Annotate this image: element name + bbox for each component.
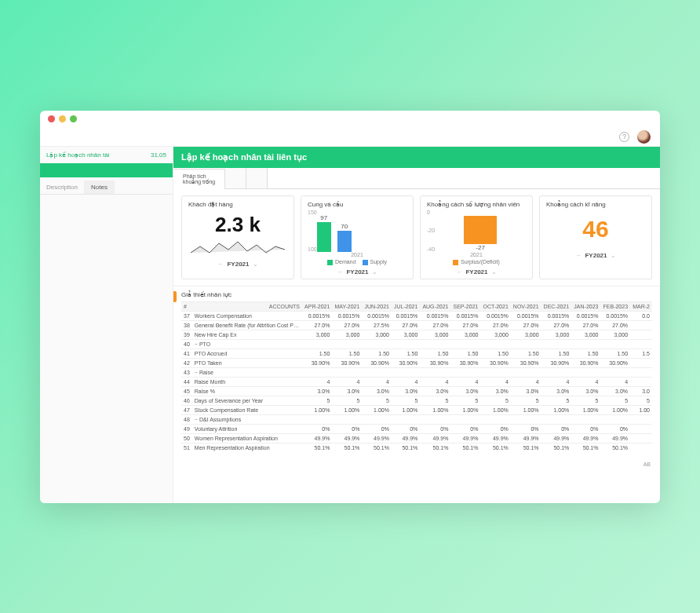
window-max-dot[interactable] [70, 115, 77, 122]
table-row[interactable]: 40−PTO [181, 339, 652, 348]
tab-blank-2[interactable] [225, 168, 246, 188]
grid-header[interactable]: OCT-2021 [480, 301, 510, 311]
grid-header[interactable]: AUG-2021 [420, 301, 450, 311]
headcount-gap-bar: -27 [435, 210, 526, 252]
card-pipeline-title: Khách đặt hàng [188, 201, 287, 208]
fy-picker-skill[interactable]: ←FY2021⌄ [546, 252, 645, 259]
grid-header[interactable]: MAY-2021 [332, 301, 362, 311]
user-avatar[interactable] [637, 130, 651, 144]
footnote: AB [173, 460, 660, 473]
grid-header[interactable]: JAN-2023 [571, 301, 600, 311]
card-skill-gap-value: 46 [546, 210, 645, 249]
section-title-assumptions: Giả thiết nhân lực [173, 286, 660, 301]
sidebar-title: Lập kế hoạch nhân tài [46, 151, 109, 159]
sidebar-heading-row[interactable]: Lập kế hoạch nhân tài 31.05 [40, 147, 173, 163]
card-headcount-gap: Khoảng cách số lượng nhân viên 0 -20 -40… [420, 195, 533, 279]
collapse-handle-icon[interactable] [173, 291, 177, 302]
main-panel: Lập kế hoạch nhân tài liên tục Phân tích… [173, 147, 660, 503]
table-row[interactable]: 43−Raise [181, 367, 652, 377]
legend-supply-demand: Demand Supply [308, 259, 407, 265]
table-row[interactable]: 39New Hire Cap Ex3,0003,0003,0003,0003,0… [181, 330, 652, 339]
axis-labels: 150 100 [308, 210, 317, 252]
bar-deficit [464, 216, 497, 244]
table-row[interactable]: 41PTO Accrued1.501.501.501.501.501.501.5… [181, 348, 652, 358]
window-titlebar [40, 111, 660, 128]
window-close-dot[interactable] [48, 115, 55, 122]
supply-demand-bars: 97 70 [317, 210, 352, 252]
grid-header[interactable]: FEB-2023 [600, 301, 630, 311]
card-headcount-gap-title: Khoảng cách số lượng nhân viên [427, 201, 526, 208]
sidebar-tabs: Description Notes [40, 181, 173, 195]
card-skill-gap-title: Khoảng cách kĩ năng [546, 201, 645, 208]
page-title: Lập kế hoạch nhân tài liên tục [173, 147, 660, 168]
card-supply-demand-title: Cung và cầu [308, 201, 407, 208]
table-row[interactable]: 49Voluntary Attrition0%0%0%0%0%0%0%0%0%0… [181, 424, 652, 433]
app-window: ? Lập kế hoạch nhân tài 31.05 Descriptio… [40, 111, 660, 503]
table-row[interactable]: 37Workers Compensation0.0015%0.0015%0.00… [181, 311, 652, 320]
bar-demand [317, 222, 331, 252]
expand-icon[interactable]: − [195, 417, 199, 422]
table-row[interactable]: 46Days of Severance per Year555555555555 [181, 396, 652, 405]
expand-icon[interactable]: − [195, 370, 199, 375]
table-row[interactable]: 42PTO Taken30.90%30.90%30.90%30.90%30.90… [181, 358, 652, 367]
kpi-cards-row: Khách đặt hàng 2.3 k ←FY2021⌄ Cung và cầ… [173, 189, 660, 286]
grid-table[interactable]: #ACCOUNTSAPR-2021MAY-2021JUN-2021JUL-202… [181, 301, 652, 452]
expand-icon[interactable]: − [195, 341, 199, 347]
assumptions-grid: #ACCOUNTSAPR-2021MAY-2021JUN-2021JUL-202… [173, 301, 660, 460]
card-pipeline-value: 2.3 k [188, 210, 287, 239]
fy-picker-sd[interactable]: ←FY2021⌄ [308, 268, 407, 275]
sidebar-active-indicator [40, 163, 173, 177]
sidebar-tab-description[interactable]: Description [40, 181, 85, 194]
workspace-body: Lập kế hoạch nhân tài 31.05 Description … [40, 147, 660, 503]
table-row[interactable]: 38General Benefit Rate (for Attrition Co… [181, 320, 652, 330]
page-tabs: Phân tích khoảng trống [173, 168, 660, 189]
period-label-gap: 2021 [427, 252, 526, 257]
axis-labels-gap: 0 -20 -40 [427, 210, 435, 252]
card-supply-demand: Cung và cầu 150 100 97 70 2021 Demand [301, 195, 414, 279]
grid-header[interactable]: APR-2021 [302, 301, 332, 311]
window-min-dot[interactable] [59, 115, 66, 122]
grid-header[interactable]: JUN-2021 [362, 301, 392, 311]
grid-header[interactable]: DEC-2021 [541, 301, 572, 311]
tab-gap-analysis[interactable]: Phân tích khoảng trống [173, 169, 225, 189]
sidebar-number: 31.05 [151, 151, 166, 159]
table-row[interactable]: 48−D&I Assumptions [181, 414, 652, 424]
sidebar-tab-notes[interactable]: Notes [85, 181, 115, 194]
card-skill-gap: Khoảng cách kĩ năng 46 ←FY2021⌄ [539, 195, 652, 279]
table-row[interactable]: 51Men Representation Aspiration50.1%50.1… [181, 443, 652, 452]
bar-supply [337, 231, 352, 252]
table-row[interactable]: 44Raise Month44444444444 [181, 377, 652, 386]
table-row[interactable]: 45Raise %3.0%3.0%3.0%3.0%3.0%3.0%3.0%3.0… [181, 386, 652, 396]
help-icon[interactable]: ? [619, 132, 629, 142]
sidebar: Lập kế hoạch nhân tài 31.05 Description … [40, 147, 173, 503]
period-label: 2021 [308, 252, 407, 257]
card-pipeline: Khách đặt hàng 2.3 k ←FY2021⌄ [181, 195, 294, 279]
sparkline-icon [188, 239, 287, 257]
fy-picker-gap[interactable]: ←FY2021⌄ [427, 268, 526, 275]
table-row[interactable]: 50Women Representation Aspiration49.9%49… [181, 433, 652, 443]
legend-headcount-gap: Surplus/(Deficit) [427, 259, 526, 265]
grid-header[interactable]: ACCOUNTS [192, 301, 302, 311]
fy-picker-pipeline[interactable]: ←FY2021⌄ [188, 261, 287, 268]
grid-header[interactable]: MAR-2 [630, 301, 652, 311]
grid-header[interactable]: NOV-2021 [511, 301, 541, 311]
tab-blank-3[interactable] [246, 168, 268, 188]
topbar: ? [40, 128, 660, 147]
table-row[interactable]: 47Stock Compensation Rate1.00%1.00%1.00%… [181, 405, 652, 414]
grid-header[interactable]: SEP-2021 [450, 301, 480, 311]
grid-header[interactable]: JUL-2021 [392, 301, 420, 311]
grid-header[interactable]: # [181, 301, 192, 311]
